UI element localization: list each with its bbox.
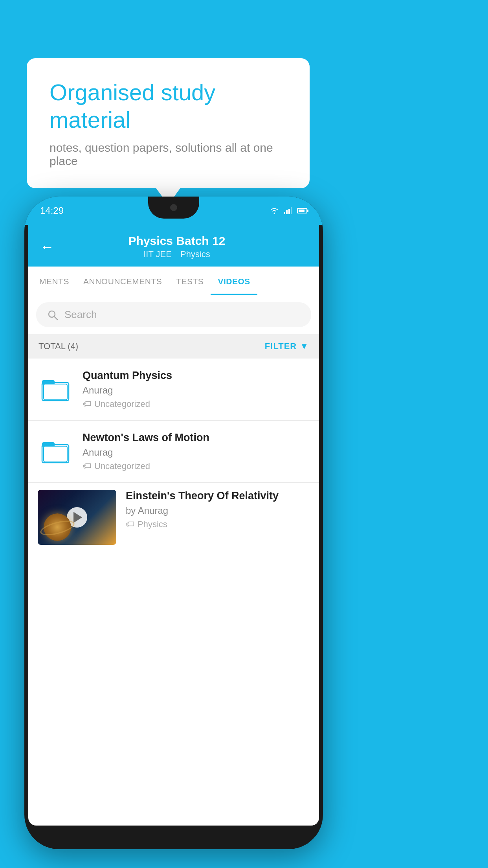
- tabs-bar: MENTS ANNOUNCEMENTS TESTS VIDEOS: [28, 267, 319, 295]
- video-author-1: Anurag: [83, 385, 310, 396]
- status-bar: 14:29: [24, 197, 323, 225]
- list-item[interactable]: Quantum Physics Anurag 🏷 Uncategorized: [28, 359, 319, 421]
- svg-rect-4: [291, 207, 292, 214]
- tab-tests[interactable]: TESTS: [169, 267, 211, 295]
- video-list: Quantum Physics Anurag 🏷 Uncategorized: [28, 359, 319, 556]
- phone-screen: ← Physics Batch 12 IIT JEE Physics MENTS…: [28, 225, 319, 826]
- status-time: 14:29: [40, 205, 64, 216]
- bubble-title: Organised study material: [50, 79, 287, 133]
- folder-icon: [41, 377, 70, 402]
- video-title-1: Quantum Physics: [83, 370, 310, 382]
- svg-point-0: [274, 213, 275, 214]
- search-placeholder: Search: [64, 309, 97, 321]
- back-button[interactable]: ←: [40, 240, 54, 254]
- video-tag-2: 🏷 Uncategorized: [83, 461, 310, 471]
- svg-rect-1: [284, 212, 285, 214]
- physics-tag: Physics: [180, 249, 210, 259]
- tag-label-2: Uncategorized: [94, 461, 150, 471]
- folder-thumbnail-1: [38, 372, 73, 407]
- search-bar[interactable]: Search: [36, 302, 311, 327]
- phone-bottom: [24, 826, 323, 849]
- iit-jee-tag: IIT JEE: [143, 249, 172, 259]
- bubble-subtitle: notes, question papers, solutions all at…: [50, 141, 287, 168]
- svg-line-6: [54, 316, 57, 320]
- tag-label-3: Physics: [138, 519, 167, 530]
- search-bar-wrapper: Search: [28, 295, 319, 334]
- video-item-info-1: Quantum Physics Anurag 🏷 Uncategorized: [83, 370, 310, 409]
- app-header: ← Physics Batch 12 IIT JEE Physics: [28, 225, 319, 267]
- filter-button[interactable]: FILTER ▼: [265, 341, 309, 351]
- speech-bubble: Organised study material notes, question…: [27, 58, 310, 188]
- video-item-info-3: Einstein's Theory Of Relativity by Anura…: [126, 490, 310, 530]
- list-item[interactable]: Newton's Laws of Motion Anurag 🏷 Uncateg…: [28, 421, 319, 483]
- video-tag-3: 🏷 Physics: [126, 519, 310, 530]
- video-title-3: Einstein's Theory Of Relativity: [126, 490, 310, 502]
- tag-icon-3: 🏷: [126, 519, 134, 530]
- camera: [170, 204, 177, 211]
- folder-thumbnail-2: [38, 434, 73, 469]
- video-thumbnail-3: [38, 490, 116, 545]
- status-icons: [270, 207, 307, 214]
- phone-notch: [148, 197, 199, 219]
- folder-icon: [41, 439, 70, 464]
- speech-bubble-wrapper: Organised study material notes, question…: [27, 58, 310, 188]
- play-icon: [73, 512, 82, 523]
- svg-rect-2: [286, 210, 288, 214]
- tag-icon-1: 🏷: [83, 399, 91, 409]
- filter-label: FILTER: [265, 341, 297, 351]
- filter-bar: TOTAL (4) FILTER ▼: [28, 334, 319, 359]
- tab-announcements[interactable]: ANNOUNCEMENTS: [76, 267, 169, 295]
- video-author-3: by Anurag: [126, 505, 310, 516]
- batch-title: Physics Batch 12: [62, 234, 292, 248]
- video-author-2: Anurag: [83, 447, 310, 458]
- total-count: TOTAL (4): [39, 341, 78, 351]
- svg-rect-3: [288, 209, 290, 214]
- tag-icon-2: 🏷: [83, 461, 91, 471]
- wifi-icon: [270, 207, 279, 214]
- tag-label-1: Uncategorized: [94, 399, 150, 409]
- phone-frame: 14:29: [24, 197, 323, 849]
- header-tags: IIT JEE Physics: [62, 249, 292, 259]
- video-item-info-2: Newton's Laws of Motion Anurag 🏷 Uncateg…: [83, 432, 310, 471]
- search-icon: [47, 309, 58, 320]
- list-item[interactable]: Einstein's Theory Of Relativity by Anura…: [28, 483, 319, 556]
- tab-ments[interactable]: MENTS: [32, 267, 76, 295]
- header-text: Physics Batch 12 IIT JEE Physics: [62, 234, 292, 259]
- signal-icon: [284, 207, 292, 214]
- video-title-2: Newton's Laws of Motion: [83, 432, 310, 444]
- battery-icon: [297, 208, 307, 213]
- filter-funnel-icon: ▼: [300, 341, 309, 351]
- tab-videos[interactable]: VIDEOS: [211, 267, 257, 295]
- video-tag-1: 🏷 Uncategorized: [83, 399, 310, 409]
- svg-rect-9: [44, 384, 67, 400]
- svg-rect-12: [44, 446, 67, 462]
